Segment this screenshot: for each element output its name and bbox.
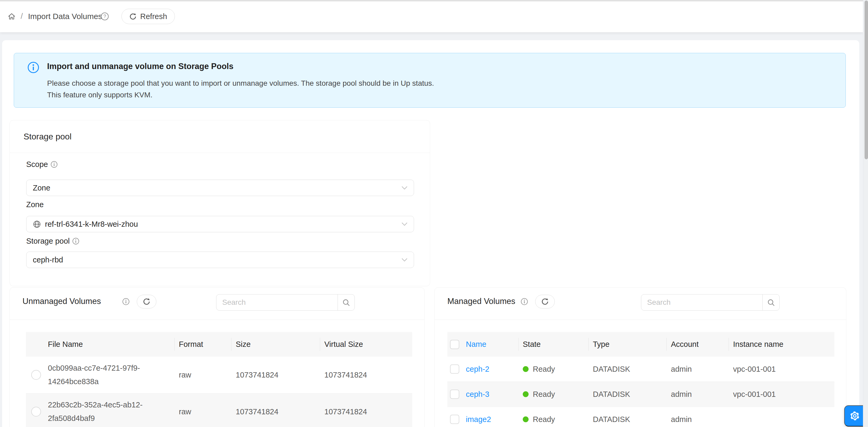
header-column-separator [320, 338, 320, 351]
managed-refresh-button[interactable] [535, 295, 555, 308]
info-alert: Import and unmanage volume on Storage Po… [14, 53, 846, 108]
refresh-button[interactable]: Refresh [121, 9, 175, 24]
ready-status-dot [523, 391, 529, 397]
scope-select[interactable]: Zone [26, 180, 414, 196]
header-column-separator [174, 338, 175, 351]
alert-description-line1: Please choose a storage pool that you wa… [47, 78, 434, 89]
column-header-file: File Name [48, 332, 170, 357]
scope-label-text: Scope [26, 160, 48, 169]
storage-pool-card-title: Storage pool [24, 120, 71, 153]
volume-name-link[interactable]: image2 [466, 407, 518, 427]
unmanaged-table-row: 22b63c2b-352a-4ec5-ab12-2fa508d4baf9raw1… [26, 393, 412, 427]
unmanaged-volumes-table: File NameFormatSizeVirtual Size 0cb099aa… [26, 332, 412, 427]
state-text: Ready [533, 365, 555, 373]
unmanaged-search-button[interactable] [338, 294, 355, 311]
storage-pool-card: Storage pool Scope Zone Zone ref-trl-634… [9, 120, 430, 286]
scrollbar-thumb[interactable] [865, 1, 868, 159]
managed-search [641, 294, 780, 311]
pool-select[interactable]: ceph-rbd [26, 252, 414, 268]
volume-name-link[interactable]: ceph-3 [466, 382, 518, 407]
unmanaged-volumes-header: Unmanaged Volumes [10, 287, 424, 320]
ready-status-dot [523, 366, 529, 372]
cell-inst: vpc-001-001 [733, 382, 831, 407]
ready-status-dot [523, 417, 529, 422]
managed-table-header: NameStateTypeAccountInstance name [447, 332, 834, 357]
pool-label-text: Storage pool [26, 237, 69, 245]
cell-type: DATADISK [593, 357, 665, 382]
alert-description-line2: This feature only supports KVM. [47, 89, 434, 101]
column-header-fmt: Format [179, 332, 229, 357]
breadcrumb-separator: / [21, 12, 23, 21]
search-icon [767, 298, 775, 307]
cell-state: Ready [523, 382, 588, 407]
row-radio-button[interactable] [31, 407, 41, 417]
cell-type: DATADISK [593, 407, 665, 427]
cell-vsize: 1073741824 [324, 357, 409, 393]
managed-volumes-title: Managed Volumes [447, 297, 515, 306]
alert-title: Import and unmanage volume on Storage Po… [47, 62, 233, 71]
globe-icon [33, 220, 41, 228]
pool-select-value: ceph-rbd [33, 255, 63, 264]
scope-select-value: Zone [33, 184, 50, 192]
pool-field-label: Storage pool [26, 237, 80, 245]
gear-icon [849, 410, 861, 422]
unmanaged-refresh-button[interactable] [137, 295, 156, 308]
zone-select[interactable]: ref-trl-6341-k-Mr8-wei-zhou [26, 216, 414, 232]
cell-state: Ready [523, 357, 588, 382]
cell-acct: admin [671, 382, 728, 407]
help-question-icon[interactable] [100, 12, 109, 21]
managed-volumes-card: Managed Volumes NameStateTypeAccountInst… [434, 287, 846, 427]
info-circle-icon [27, 61, 39, 73]
managed-volumes-table: NameStateTypeAccountInstance name ceph-2… [447, 332, 834, 427]
cell-inst: vpc-001-001 [733, 357, 831, 382]
row-radio-button[interactable] [31, 370, 41, 380]
column-header-inst: Instance name [733, 332, 831, 357]
scope-info-icon[interactable] [51, 161, 58, 168]
column-header-state: State [523, 332, 588, 357]
cell-vsize: 1073741824 [324, 393, 409, 427]
row-checkbox[interactable] [450, 415, 459, 424]
unmanaged-volumes-title: Unmanaged Volumes [23, 297, 101, 306]
header-column-separator [666, 338, 667, 351]
managed-info-icon[interactable] [521, 298, 528, 305]
column-header-name: Name [466, 332, 518, 357]
chevron-down-icon [402, 186, 407, 190]
zone-select-value: ref-trl-6341-k-Mr8-wei-zhou [45, 220, 138, 228]
managed-table-row: ceph-3ReadyDATADISKadminvpc-001-001 [447, 382, 834, 407]
row-checkbox[interactable] [450, 390, 459, 399]
storage-pool-card-header: Storage pool [10, 120, 430, 153]
header-column-separator [588, 338, 589, 351]
cell-type: DATADISK [593, 382, 665, 407]
unmanaged-info-icon[interactable] [122, 298, 130, 305]
breadcrumb-page-title: Import Data Volumes [28, 12, 102, 21]
column-header-size: Size [236, 332, 318, 357]
column-header-acct: Account [671, 332, 728, 357]
state-text: Ready [533, 415, 555, 424]
pool-info-icon[interactable] [72, 238, 80, 245]
search-icon [342, 298, 350, 307]
settings-fab-button[interactable] [844, 405, 865, 426]
chevron-down-icon [402, 258, 407, 262]
home-icon[interactable] [7, 12, 16, 21]
scope-field-label: Scope [26, 160, 58, 169]
managed-search-input[interactable] [641, 294, 763, 311]
cell-fmt: raw [179, 393, 229, 427]
header-column-separator [518, 338, 519, 351]
page-scrollbar[interactable] [863, 0, 868, 427]
column-header-type: Type [593, 332, 665, 357]
alert-description: Please choose a storage pool that you wa… [47, 78, 434, 101]
unmanaged-search-input[interactable] [216, 294, 338, 311]
cell-size: 1073741824 [236, 393, 318, 427]
cell-file: 22b63c2b-352a-4ec5-ab12-2fa508d4baf9 [48, 393, 170, 427]
state-text: Ready [533, 390, 555, 399]
column-header-vsize: Virtual Size [324, 332, 409, 357]
row-checkbox[interactable] [450, 365, 459, 374]
select-all-checkbox[interactable] [450, 340, 459, 349]
cell-acct: admin [671, 357, 728, 382]
zone-label-text: Zone [26, 200, 44, 209]
managed-table-row: ceph-2ReadyDATADISKadminvpc-001-001 [447, 357, 834, 382]
reload-icon [129, 13, 137, 20]
volume-name-link[interactable]: ceph-2 [466, 357, 518, 382]
managed-search-button[interactable] [763, 294, 780, 311]
cell-inst [733, 407, 831, 427]
